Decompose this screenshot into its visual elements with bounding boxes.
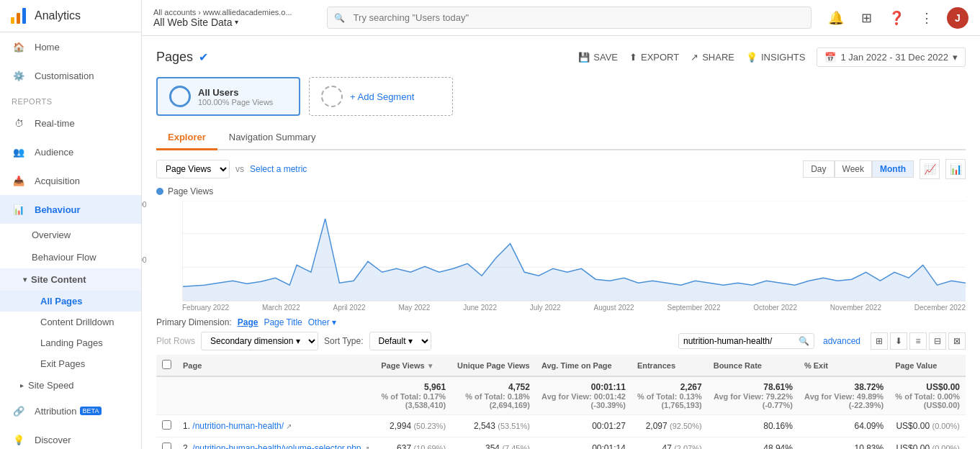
summary-page-value-pct: % of Total: 0.00% bbox=[895, 392, 960, 401]
time-btn-day[interactable]: Day bbox=[803, 160, 834, 178]
search-input[interactable] bbox=[327, 6, 812, 29]
summary-pct-exit-cell: 38.72% Avg for View: 49.89% (-22.39%) bbox=[799, 376, 889, 415]
row2-entrances-pct: (2.07%) bbox=[674, 444, 702, 449]
row2-num: 2. bbox=[183, 443, 190, 449]
th-bounce-rate-label: Bounce Rate bbox=[714, 361, 762, 370]
dim-page-link[interactable]: Page bbox=[238, 317, 259, 327]
summary-pct-exit: 38.72% bbox=[804, 382, 884, 392]
save-icon: 💾 bbox=[578, 52, 590, 63]
sidebar-item-customisation[interactable]: ⚙️ Customisation bbox=[0, 61, 141, 90]
summary-page-views-pct: % of Total: 0.17% bbox=[381, 392, 446, 401]
row1-external-icon[interactable]: ↗ bbox=[286, 422, 292, 430]
sidebar-deep-all-pages[interactable]: All Pages bbox=[0, 291, 141, 312]
more-options-icon[interactable]: ⋮ bbox=[917, 8, 937, 28]
select-metric-link[interactable]: Select a metric bbox=[250, 164, 307, 174]
table-view-compare-icon[interactable]: ⊠ bbox=[948, 332, 966, 350]
apps-grid-icon[interactable]: ⊞ bbox=[856, 8, 876, 28]
sidebar-item-realtime[interactable]: ⏱ Real-time bbox=[0, 109, 141, 137]
sidebar-item-home-label: Home bbox=[35, 42, 60, 53]
date-range-picker[interactable]: 📅 1 Jan 2022 - 31 Dec 2022 ▾ bbox=[817, 47, 966, 67]
sidebar-deep-landing-pages[interactable]: Landing Pages bbox=[0, 332, 141, 353]
row1-entrances-cell: 2,097 (92.50%) bbox=[631, 415, 708, 437]
dim-other-link[interactable]: Other ▾ bbox=[308, 317, 336, 327]
sidebar-section-site-content[interactable]: ▾ Site Content bbox=[0, 268, 141, 291]
th-page-value-label: Page Value bbox=[895, 361, 937, 370]
row2-page-cell: 2. /nutrition-human-health/volume-select… bbox=[177, 437, 375, 450]
table-search-input[interactable] bbox=[683, 336, 799, 346]
table-view-grid-icon[interactable]: ⊞ bbox=[871, 332, 888, 350]
metric-select[interactable]: Page Views bbox=[156, 160, 230, 178]
table-view-download-icon[interactable]: ⬇ bbox=[890, 332, 907, 350]
select-all-checkbox[interactable] bbox=[162, 360, 171, 369]
user-avatar[interactable]: J bbox=[947, 7, 968, 29]
th-page-views[interactable]: Page Views ▼ bbox=[375, 355, 451, 376]
row1-page-value-cell: US$0.00 (0.00%) bbox=[889, 415, 966, 437]
sidebar-item-behaviour[interactable]: 📊 Behaviour bbox=[0, 195, 141, 224]
save-button[interactable]: 💾 SAVE bbox=[578, 52, 618, 63]
table-view-pivot-icon[interactable]: ⊟ bbox=[929, 332, 946, 350]
row2-page-views-pct: (10.69%) bbox=[413, 444, 446, 449]
th-page-value[interactable]: Page Value bbox=[889, 355, 966, 376]
advanced-link[interactable]: advanced bbox=[823, 336, 860, 346]
line-chart-type-btn[interactable]: 📈 bbox=[920, 159, 940, 179]
x-label-mar: March 2022 bbox=[262, 304, 300, 312]
time-btn-month[interactable]: Month bbox=[872, 160, 914, 178]
secondary-dim-select[interactable]: Secondary dimension ▾ bbox=[201, 332, 318, 350]
collapse-arrow-icon: ▾ bbox=[23, 276, 27, 284]
topbar-icons: 🔔 ⊞ ❓ ⋮ J bbox=[826, 7, 968, 29]
help-icon[interactable]: ❓ bbox=[886, 8, 907, 28]
row1-unique-views-cell: 2,543 (53.51%) bbox=[451, 415, 536, 437]
add-segment-label[interactable]: + Add Segment bbox=[350, 91, 414, 102]
row1-page-views-cell: 2,994 (50.23%) bbox=[375, 415, 451, 437]
th-page[interactable]: Page bbox=[177, 355, 375, 376]
sort-type-select[interactable]: Default ▾ bbox=[369, 332, 431, 350]
bar-chart-type-btn[interactable]: 📊 bbox=[945, 159, 966, 179]
sidebar-item-home[interactable]: 🏠 Home bbox=[0, 32, 141, 61]
sidebar-item-discover[interactable]: 💡 Discover bbox=[0, 425, 141, 449]
summary-avg-time-cell: 00:01:11 Avg for View: 00:01:42 (-30.39%… bbox=[536, 376, 631, 415]
summary-pct-exit-sub: Avg for View: 49.89% bbox=[804, 392, 884, 401]
th-unique-page-views[interactable]: Unique Page Views bbox=[451, 355, 536, 376]
dim-page-title-link[interactable]: Page Title bbox=[264, 317, 302, 327]
sidebar-deep-content-drilldown[interactable]: Content Drilldown bbox=[0, 312, 141, 332]
row1-page-link[interactable]: /nutrition-human-health/ bbox=[192, 421, 284, 431]
row1-checkbox[interactable] bbox=[162, 420, 171, 430]
sidebar-item-acquisition[interactable]: 📥 Acquisition bbox=[0, 166, 141, 195]
vs-label: vs bbox=[235, 164, 244, 174]
share-label: SHARE bbox=[702, 52, 734, 63]
site-selector[interactable]: All Web Site Data ▾ bbox=[153, 17, 301, 28]
date-dropdown-arrow-icon: ▾ bbox=[953, 52, 958, 63]
share-button[interactable]: ↗ SHARE bbox=[691, 52, 734, 63]
export-button[interactable]: ⬆ EXPORT bbox=[629, 52, 679, 63]
tab-explorer[interactable]: Explorer bbox=[156, 126, 217, 150]
sidebar-sub-overview[interactable]: Overview bbox=[0, 224, 141, 246]
summary-entrances-pct: % of Total: 0.13% bbox=[637, 392, 702, 401]
chart-svg bbox=[183, 201, 966, 301]
th-avg-time[interactable]: Avg. Time on Page bbox=[536, 355, 631, 376]
table-view-icons: ⊞ ⬇ ≡ ⊟ ⊠ bbox=[871, 332, 966, 350]
summary-unique-total: (2,694,169) bbox=[457, 401, 530, 409]
sidebar-sub-behaviour-flow[interactable]: Behaviour Flow bbox=[0, 246, 141, 268]
sidebar-item-attribution[interactable]: 🔗 Attribution BETA bbox=[0, 396, 141, 425]
row2-page-link[interactable]: /nutrition-human-health/volume-selector.… bbox=[192, 443, 361, 449]
row2-checkbox[interactable] bbox=[162, 443, 171, 449]
add-segment-box[interactable]: + Add Segment bbox=[309, 77, 453, 116]
summary-unique-views-cell: 4,752 % of Total: 0.18% (2,694,169) bbox=[451, 376, 536, 415]
notifications-icon[interactable]: 🔔 bbox=[826, 8, 846, 28]
th-bounce-rate[interactable]: Bounce Rate bbox=[708, 355, 799, 376]
sidebar-deep-exit-pages[interactable]: Exit Pages bbox=[0, 353, 141, 374]
row2-external-icon[interactable]: ↗ bbox=[364, 445, 369, 449]
insights-button[interactable]: 💡 INSIGHTS bbox=[746, 52, 805, 63]
main-content: All accounts › www.alliedacademies.o... … bbox=[142, 0, 980, 449]
topbar: All accounts › www.alliedacademies.o... … bbox=[142, 0, 980, 36]
sidebar-item-audience[interactable]: 👥 Audience bbox=[0, 137, 141, 166]
discover-icon: 💡 bbox=[12, 432, 26, 447]
time-btn-week[interactable]: Week bbox=[835, 160, 872, 178]
th-pct-exit[interactable]: % Exit bbox=[799, 355, 889, 376]
realtime-icon: ⏱ bbox=[12, 116, 26, 130]
table-view-list-icon[interactable]: ≡ bbox=[909, 332, 927, 350]
table-search-icon[interactable]: 🔍 bbox=[799, 336, 809, 346]
sidebar-item-site-speed[interactable]: ▸ Site Speed bbox=[0, 374, 141, 396]
th-entrances[interactable]: Entrances bbox=[631, 355, 708, 376]
tab-navigation-summary[interactable]: Navigation Summary bbox=[217, 126, 328, 150]
